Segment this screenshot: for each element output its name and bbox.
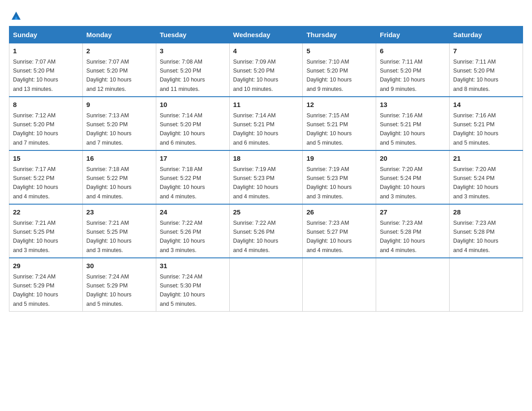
day-of-week-header: Saturday (450, 26, 523, 43)
calendar-week-row: 1 Sunrise: 7:07 AMSunset: 5:20 PMDayligh… (9, 43, 523, 97)
calendar-day-cell (376, 258, 450, 312)
logo-icon (10, 9, 22, 21)
day-info: Sunrise: 7:16 AMSunset: 5:21 PMDaylight:… (380, 112, 425, 146)
calendar-header-row: SundayMondayTuesdayWednesdayThursdayFrid… (9, 26, 523, 43)
day-info: Sunrise: 7:07 AMSunset: 5:20 PMDaylight:… (86, 59, 132, 92)
calendar-day-cell: 13 Sunrise: 7:16 AMSunset: 5:21 PMDaylig… (376, 97, 450, 150)
day-info: Sunrise: 7:21 AMSunset: 5:25 PMDaylight:… (86, 220, 132, 253)
calendar-week-row: 15 Sunrise: 7:17 AMSunset: 5:22 PMDaylig… (9, 150, 523, 204)
day-info: Sunrise: 7:18 AMSunset: 5:22 PMDaylight:… (86, 166, 132, 200)
day-number: 30 (86, 261, 152, 271)
day-number: 2 (86, 46, 152, 56)
calendar-day-cell: 15 Sunrise: 7:17 AMSunset: 5:22 PMDaylig… (9, 150, 83, 204)
day-of-week-header: Monday (82, 26, 156, 43)
day-info: Sunrise: 7:19 AMSunset: 5:23 PMDaylight:… (233, 166, 279, 200)
day-number: 1 (13, 46, 79, 56)
day-number: 12 (306, 100, 372, 110)
calendar-day-cell: 10 Sunrise: 7:14 AMSunset: 5:20 PMDaylig… (156, 97, 229, 150)
day-info: Sunrise: 7:24 AMSunset: 5:29 PMDaylight:… (13, 274, 58, 307)
day-info: Sunrise: 7:22 AMSunset: 5:26 PMDaylight:… (233, 220, 279, 253)
calendar-day-cell: 9 Sunrise: 7:13 AMSunset: 5:20 PMDayligh… (82, 97, 156, 150)
day-info: Sunrise: 7:14 AMSunset: 5:21 PMDaylight:… (233, 112, 279, 146)
calendar-day-cell: 5 Sunrise: 7:10 AMSunset: 5:20 PMDayligh… (303, 43, 376, 97)
calendar-day-cell: 12 Sunrise: 7:15 AMSunset: 5:21 PMDaylig… (303, 97, 376, 150)
calendar-day-cell: 22 Sunrise: 7:21 AMSunset: 5:25 PMDaylig… (9, 204, 83, 258)
calendar-day-cell: 18 Sunrise: 7:19 AMSunset: 5:23 PMDaylig… (229, 150, 303, 204)
day-info: Sunrise: 7:24 AMSunset: 5:29 PMDaylight:… (86, 274, 132, 307)
calendar-day-cell: 4 Sunrise: 7:09 AMSunset: 5:20 PMDayligh… (229, 43, 303, 97)
day-number: 18 (233, 154, 299, 164)
day-number: 8 (13, 100, 79, 110)
calendar-day-cell: 8 Sunrise: 7:12 AMSunset: 5:20 PMDayligh… (9, 97, 83, 150)
calendar-day-cell: 24 Sunrise: 7:22 AMSunset: 5:26 PMDaylig… (156, 204, 229, 258)
day-number: 26 (306, 207, 372, 218)
calendar-day-cell: 27 Sunrise: 7:23 AMSunset: 5:28 PMDaylig… (376, 204, 450, 258)
day-number: 24 (160, 207, 226, 218)
calendar-day-cell: 7 Sunrise: 7:11 AMSunset: 5:20 PMDayligh… (450, 43, 523, 97)
day-of-week-header: Wednesday (229, 26, 303, 43)
calendar-day-cell: 28 Sunrise: 7:23 AMSunset: 5:28 PMDaylig… (450, 204, 523, 258)
day-number: 28 (453, 207, 519, 218)
day-number: 5 (306, 46, 372, 56)
day-number: 22 (13, 207, 79, 218)
day-number: 23 (86, 207, 152, 218)
logo (9, 9, 23, 21)
day-info: Sunrise: 7:23 AMSunset: 5:27 PMDaylight:… (306, 220, 352, 253)
day-number: 11 (233, 100, 299, 110)
day-number: 10 (160, 100, 226, 110)
day-number: 19 (306, 154, 372, 164)
day-number: 31 (160, 261, 226, 271)
day-info: Sunrise: 7:11 AMSunset: 5:20 PMDaylight:… (453, 59, 498, 92)
day-number: 7 (453, 46, 519, 56)
calendar-day-cell: 26 Sunrise: 7:23 AMSunset: 5:27 PMDaylig… (303, 204, 376, 258)
day-info: Sunrise: 7:09 AMSunset: 5:20 PMDaylight:… (233, 59, 279, 92)
calendar-week-row: 8 Sunrise: 7:12 AMSunset: 5:20 PMDayligh… (9, 97, 523, 150)
day-info: Sunrise: 7:23 AMSunset: 5:28 PMDaylight:… (380, 220, 425, 253)
day-of-week-header: Tuesday (156, 26, 229, 43)
calendar-day-cell (303, 258, 376, 312)
day-of-week-header: Thursday (303, 26, 376, 43)
day-info: Sunrise: 7:19 AMSunset: 5:23 PMDaylight:… (306, 166, 352, 200)
page-header (9, 9, 523, 21)
day-number: 6 (380, 46, 446, 56)
day-number: 3 (160, 46, 226, 56)
day-number: 29 (13, 261, 79, 271)
day-info: Sunrise: 7:11 AMSunset: 5:20 PMDaylight:… (380, 59, 425, 92)
day-of-week-header: Friday (376, 26, 450, 43)
day-info: Sunrise: 7:15 AMSunset: 5:21 PMDaylight:… (306, 112, 352, 146)
calendar-day-cell: 14 Sunrise: 7:16 AMSunset: 5:21 PMDaylig… (450, 97, 523, 150)
calendar-day-cell: 21 Sunrise: 7:20 AMSunset: 5:24 PMDaylig… (450, 150, 523, 204)
day-info: Sunrise: 7:10 AMSunset: 5:20 PMDaylight:… (306, 59, 352, 92)
day-info: Sunrise: 7:12 AMSunset: 5:20 PMDaylight:… (13, 112, 58, 146)
calendar-week-row: 22 Sunrise: 7:21 AMSunset: 5:25 PMDaylig… (9, 204, 523, 258)
day-info: Sunrise: 7:20 AMSunset: 5:24 PMDaylight:… (453, 166, 498, 200)
day-number: 20 (380, 154, 446, 164)
day-number: 15 (13, 154, 79, 164)
day-info: Sunrise: 7:23 AMSunset: 5:28 PMDaylight:… (453, 220, 498, 253)
day-info: Sunrise: 7:14 AMSunset: 5:20 PMDaylight:… (160, 112, 205, 146)
day-number: 27 (380, 207, 446, 218)
calendar-day-cell: 29 Sunrise: 7:24 AMSunset: 5:29 PMDaylig… (9, 258, 83, 312)
day-info: Sunrise: 7:20 AMSunset: 5:24 PMDaylight:… (380, 166, 425, 200)
calendar-day-cell: 31 Sunrise: 7:24 AMSunset: 5:30 PMDaylig… (156, 258, 229, 312)
calendar-day-cell: 23 Sunrise: 7:21 AMSunset: 5:25 PMDaylig… (82, 204, 156, 258)
day-info: Sunrise: 7:18 AMSunset: 5:22 PMDaylight:… (160, 166, 205, 200)
day-number: 4 (233, 46, 299, 56)
calendar-day-cell: 11 Sunrise: 7:14 AMSunset: 5:21 PMDaylig… (229, 97, 303, 150)
calendar-week-row: 29 Sunrise: 7:24 AMSunset: 5:29 PMDaylig… (9, 258, 523, 312)
calendar-day-cell: 19 Sunrise: 7:19 AMSunset: 5:23 PMDaylig… (303, 150, 376, 204)
day-number: 13 (380, 100, 446, 110)
calendar-day-cell: 30 Sunrise: 7:24 AMSunset: 5:29 PMDaylig… (82, 258, 156, 312)
day-info: Sunrise: 7:07 AMSunset: 5:20 PMDaylight:… (13, 59, 58, 92)
day-number: 25 (233, 207, 299, 218)
calendar-day-cell: 17 Sunrise: 7:18 AMSunset: 5:22 PMDaylig… (156, 150, 229, 204)
day-number: 9 (86, 100, 152, 110)
day-number: 16 (86, 154, 152, 164)
day-info: Sunrise: 7:16 AMSunset: 5:21 PMDaylight:… (453, 112, 498, 146)
day-info: Sunrise: 7:08 AMSunset: 5:20 PMDaylight:… (160, 59, 205, 92)
day-info: Sunrise: 7:21 AMSunset: 5:25 PMDaylight:… (13, 220, 58, 253)
calendar-day-cell: 3 Sunrise: 7:08 AMSunset: 5:20 PMDayligh… (156, 43, 229, 97)
day-info: Sunrise: 7:24 AMSunset: 5:30 PMDaylight:… (160, 274, 205, 307)
calendar-day-cell: 16 Sunrise: 7:18 AMSunset: 5:22 PMDaylig… (82, 150, 156, 204)
calendar-day-cell: 6 Sunrise: 7:11 AMSunset: 5:20 PMDayligh… (376, 43, 450, 97)
